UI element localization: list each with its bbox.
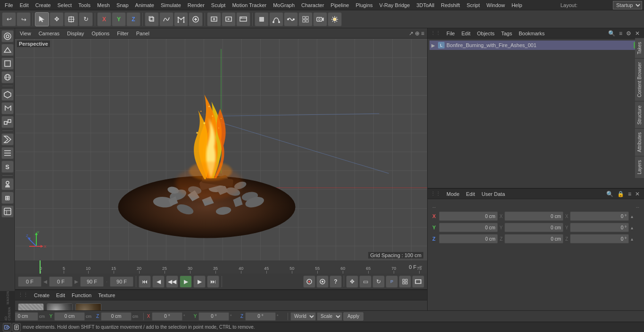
- object-item-bonfire[interactable]: ▶ L Bonfire_Burning_with_Fire_Ashes_001: [429, 40, 642, 50]
- material-menu-function[interactable]: Function: [70, 292, 93, 299]
- coord-z-field[interactable]: 0 cm: [101, 312, 132, 321]
- material-menu-texture[interactable]: Texture: [96, 292, 117, 299]
- x-pos-field[interactable]: 0 cm: [439, 211, 498, 221]
- sidebar-btn-4[interactable]: [1, 71, 14, 83]
- render-view-button[interactable]: [222, 12, 236, 26]
- tab-takes[interactable]: Takes: [635, 38, 644, 58]
- attr-close-icon[interactable]: ✕: [634, 190, 641, 198]
- menu-render[interactable]: Render: [185, 1, 207, 9]
- objects-menu-objects[interactable]: Objects: [475, 30, 496, 37]
- camera-button[interactable]: [313, 12, 327, 26]
- frame-arrow-left[interactable]: ◂: [43, 277, 48, 286]
- viewport-canvas[interactable]: Perspective Grid Spacing : 100 cm Y: [15, 39, 427, 260]
- objects-menu-bookmarks[interactable]: Bookmarks: [517, 30, 546, 37]
- attr-search-icon[interactable]: 🔍: [605, 190, 615, 198]
- material-menu-edit[interactable]: Edit: [54, 292, 67, 299]
- sidebar-btn-8[interactable]: [1, 133, 14, 146]
- render-settings-button[interactable]: [236, 12, 250, 26]
- nurbs-button[interactable]: [174, 12, 188, 26]
- menu-animate[interactable]: Animate: [132, 1, 157, 9]
- expand-icon[interactable]: ↗: [409, 30, 413, 37]
- rotate-key-button[interactable]: ↻: [372, 275, 385, 288]
- sidebar-btn-13[interactable]: [1, 205, 14, 218]
- add-object-button[interactable]: [189, 12, 203, 26]
- z-axis-button[interactable]: Z: [126, 12, 140, 26]
- spline-button[interactable]: [159, 12, 173, 26]
- sidebar-btn-7[interactable]: [1, 116, 14, 128]
- go-start-button[interactable]: ⏮: [139, 275, 151, 288]
- menu-pipeline[interactable]: Pipeline: [328, 1, 352, 9]
- sidebar-btn-1[interactable]: [1, 30, 14, 42]
- sidebar-btn-2[interactable]: [1, 44, 14, 56]
- attr-menu-edit[interactable]: Edit: [464, 190, 477, 198]
- navigate-icon[interactable]: ⊕: [415, 30, 420, 37]
- menu-sculpt[interactable]: Sculpt: [208, 1, 229, 9]
- step-back-button[interactable]: ◀: [152, 275, 165, 288]
- select-tool-button[interactable]: [35, 12, 49, 26]
- move-tool-button[interactable]: ✥: [50, 12, 64, 26]
- rotate-tool-button[interactable]: ↻: [79, 12, 93, 26]
- loop-toggle[interactable]: [316, 275, 329, 288]
- world-select[interactable]: World: [290, 312, 316, 321]
- viewport-menu-filter[interactable]: Filter: [115, 30, 130, 37]
- sidebar-btn-3[interactable]: [1, 57, 14, 70]
- timeline-ruler[interactable]: 0 5 10 15 20 25 30 35 40 45 50 55 60 65 …: [15, 260, 427, 274]
- coord-ry-field[interactable]: 0 °: [198, 312, 229, 321]
- objects-settings-icon[interactable]: ⚙: [625, 30, 633, 37]
- sidebar-btn-10[interactable]: S: [1, 161, 14, 173]
- menu-help[interactable]: Help: [509, 1, 525, 9]
- key-mode-button[interactable]: ✥: [346, 275, 358, 288]
- tab-attributes[interactable]: Attributes: [635, 128, 644, 156]
- viewport-menu-options[interactable]: Options: [90, 30, 111, 37]
- menu-mesh[interactable]: Mesh: [94, 1, 113, 9]
- menu-3dtall[interactable]: 3DToAll: [413, 1, 437, 9]
- film-button[interactable]: [412, 275, 424, 288]
- menu-character[interactable]: Character: [298, 1, 327, 9]
- status-icon-1[interactable]: [3, 323, 11, 332]
- x-axis-button[interactable]: X: [97, 12, 111, 26]
- z-field-2[interactable]: 0 cm: [504, 234, 563, 243]
- tab-structure[interactable]: Structure: [635, 101, 644, 129]
- menu-script[interactable]: Script: [464, 1, 483, 9]
- tab-content-browser[interactable]: Content Browser: [635, 58, 644, 101]
- frame-arrow-right[interactable]: ▸: [74, 277, 79, 286]
- rect-key-button[interactable]: ▭: [359, 275, 372, 288]
- attr-layout-icon[interactable]: ≡: [627, 190, 633, 198]
- step-fwd-button[interactable]: ▶: [193, 275, 206, 288]
- menu-create[interactable]: Create: [33, 1, 54, 9]
- y-pos-field[interactable]: 0 cm: [439, 223, 498, 232]
- play-button[interactable]: ▶: [180, 275, 192, 288]
- sidebar-btn-5[interactable]: [1, 89, 14, 101]
- menu-window[interactable]: Window: [484, 1, 508, 9]
- menu-redshift[interactable]: Redshift: [438, 1, 462, 9]
- objects-menu-edit[interactable]: Edit: [460, 30, 472, 37]
- record-toggle[interactable]: [303, 275, 315, 288]
- objects-layout-icon[interactable]: ≡: [618, 30, 624, 37]
- grid-button[interactable]: [298, 12, 313, 26]
- z-pos-field[interactable]: 0 cm: [439, 234, 498, 243]
- z-field-3[interactable]: 0 °: [570, 234, 629, 243]
- scale-select[interactable]: Scale: [317, 312, 342, 321]
- viewport-menu-display[interactable]: Display: [65, 30, 86, 37]
- sidebar-btn-12[interactable]: ⊞: [1, 192, 14, 204]
- x-field-2[interactable]: 0 cm: [504, 211, 563, 221]
- attr-menu-userdata[interactable]: User Data: [480, 190, 507, 198]
- light-button[interactable]: [328, 12, 342, 26]
- objects-search-icon[interactable]: 🔍: [607, 30, 617, 37]
- go-end-button[interactable]: ⏭: [207, 275, 219, 288]
- frame-counter-arrow[interactable]: ▼: [418, 264, 423, 270]
- menu-tools[interactable]: Tools: [75, 1, 93, 9]
- objects-menu-file[interactable]: File: [445, 30, 457, 37]
- viewport-menu-panel[interactable]: Panel: [134, 30, 151, 37]
- menu-select[interactable]: Select: [55, 1, 75, 9]
- grid-key-button[interactable]: [399, 275, 411, 288]
- y-axis-button[interactable]: Y: [112, 12, 126, 26]
- object-mode-button[interactable]: [255, 12, 269, 26]
- render-region-button[interactable]: [207, 12, 221, 26]
- undo-button[interactable]: ↩: [2, 12, 16, 26]
- layout-select[interactable]: Startup: [613, 1, 642, 9]
- end-frame-input-2[interactable]: 90 F: [110, 276, 133, 287]
- start-frame-input[interactable]: 0 F: [18, 276, 41, 287]
- attr-lock-icon[interactable]: 🔒: [616, 190, 626, 198]
- y-field-2[interactable]: 0 cm: [504, 223, 563, 232]
